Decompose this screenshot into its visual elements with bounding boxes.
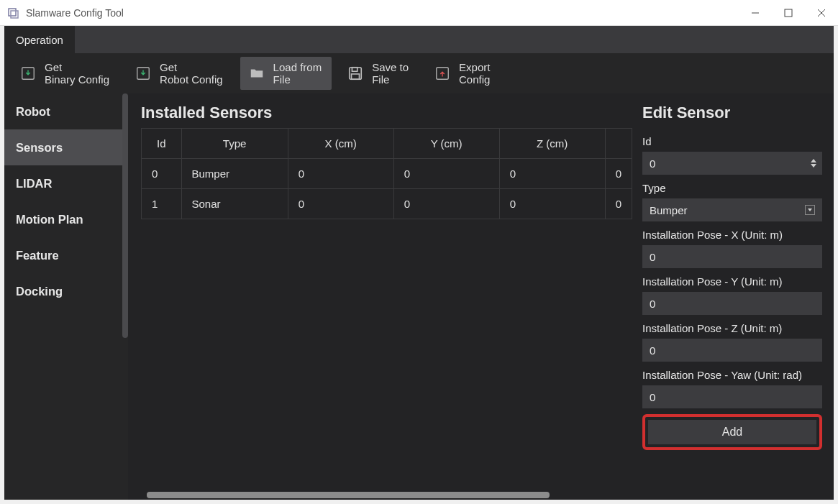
sidebar: Robot Sensors LIDAR Motion Plan Feature …	[4, 93, 128, 500]
sidebar-item-robot[interactable]: Robot	[4, 93, 128, 129]
app-icon	[7, 6, 20, 19]
toolbar: GetBinary Config GetRobot Config Load fr…	[4, 53, 834, 93]
pose-z-input[interactable]: 0	[642, 339, 822, 362]
save-to-file-button[interactable]: Save toFile	[339, 57, 419, 90]
upload-icon	[433, 64, 452, 83]
folder-icon	[247, 64, 266, 83]
toolbar-label: GetBinary Config	[45, 61, 109, 86]
sidebar-item-sensors[interactable]: Sensors	[4, 129, 128, 165]
id-input[interactable]: 0	[642, 152, 822, 175]
toolbar-label: ExportConfig	[459, 61, 490, 86]
table-hscroll-thumb[interactable]	[147, 492, 550, 498]
toolbar-label: GetRobot Config	[160, 61, 223, 86]
svg-rect-9	[352, 68, 357, 72]
sidebar-item-lidar[interactable]: LIDAR	[4, 165, 128, 201]
pose-y-value: 0	[650, 298, 655, 310]
add-button[interactable]: Add	[648, 420, 816, 444]
download-icon	[19, 64, 37, 83]
main-area: Robot Sensors LIDAR Motion Plan Feature …	[4, 93, 834, 500]
tab-bar: Operation	[4, 26, 834, 53]
save-icon	[346, 64, 365, 83]
installed-sensors-title: Installed Sensors	[141, 104, 632, 122]
label-type: Type	[642, 182, 822, 194]
sidebar-scrollbar[interactable]	[122, 93, 128, 338]
cell-type: Sonar	[181, 189, 288, 219]
pose-z-value: 0	[650, 344, 655, 357]
cell-y: 0	[393, 159, 499, 189]
col-header-extra[interactable]	[605, 129, 632, 159]
spinner-buttons[interactable]	[811, 153, 821, 173]
table-hscrollbar[interactable]	[141, 490, 632, 500]
pose-yaw-value: 0	[650, 391, 655, 403]
titlebar: Slamware Config Tool	[0, 0, 838, 26]
cell-extra: 0	[605, 159, 632, 189]
get-robot-config-button[interactable]: GetRobot Config	[127, 57, 233, 90]
get-binary-config-button[interactable]: GetBinary Config	[12, 57, 119, 90]
download-icon	[134, 64, 152, 83]
maximize-button[interactable]	[772, 0, 805, 26]
svg-rect-10	[352, 74, 360, 79]
cell-type: Bumper	[181, 159, 288, 189]
export-config-button[interactable]: ExportConfig	[426, 57, 500, 90]
minimize-button[interactable]	[739, 0, 772, 26]
svg-rect-1	[11, 11, 18, 18]
sensors-table-wrap: Id Type X (cm) Y (cm) Z (cm) 0	[141, 128, 632, 500]
edit-sensor-title: Edit Sensor	[642, 104, 822, 122]
sidebar-item-motion-plan[interactable]: Motion Plan	[4, 201, 128, 237]
app-window: Slamware Config Tool Operation GetBinary…	[0, 0, 838, 504]
pose-y-input[interactable]: 0	[642, 292, 822, 315]
chevron-down-icon	[805, 205, 815, 215]
cell-x: 0	[288, 159, 393, 189]
edit-sensor-panel: Edit Sensor Id 0 Type Bumper Installatio…	[632, 93, 834, 500]
label-id: Id	[642, 135, 822, 147]
label-pose-yaw: Installation Pose - Yaw (Unit: rad)	[642, 369, 822, 381]
sidebar-item-feature[interactable]: Feature	[4, 237, 128, 273]
cell-z: 0	[499, 159, 605, 189]
cell-y: 0	[393, 189, 499, 219]
cell-id: 1	[142, 189, 182, 219]
cell-z: 0	[499, 189, 605, 219]
label-pose-z: Installation Pose - Z (Unit: m)	[642, 322, 822, 334]
id-value: 0	[650, 157, 655, 170]
center-panel: Installed Sensors Id Type X (cm) Y (cm) …	[128, 93, 632, 500]
svg-rect-3	[785, 9, 792, 17]
label-pose-y: Installation Pose - Y (Unit: m)	[642, 275, 822, 288]
tab-operation[interactable]: Operation	[4, 26, 75, 53]
sensors-table[interactable]: Id Type X (cm) Y (cm) Z (cm) 0	[141, 128, 632, 219]
col-header-type[interactable]: Type	[181, 129, 288, 159]
window-title: Slamware Config Tool	[26, 7, 739, 19]
toolbar-label: Load fromFile	[273, 61, 322, 86]
content-area: Operation GetBinary Config GetRobot Conf…	[4, 26, 834, 500]
toolbar-label: Save toFile	[372, 61, 409, 86]
col-header-x[interactable]: X (cm)	[288, 129, 393, 159]
add-button-highlight: Add	[642, 414, 822, 450]
type-select[interactable]: Bumper	[642, 198, 822, 221]
type-value: Bumper	[650, 204, 688, 216]
cell-id: 0	[142, 159, 182, 189]
close-button[interactable]	[805, 0, 838, 26]
table-row[interactable]: 0 Bumper 0 0 0 0	[142, 159, 632, 189]
load-from-file-button[interactable]: Load fromFile	[240, 57, 332, 90]
pose-yaw-input[interactable]: 0	[642, 385, 822, 408]
sidebar-item-docking[interactable]: Docking	[4, 273, 128, 309]
cell-extra: 0	[605, 189, 632, 219]
pose-x-value: 0	[650, 251, 655, 263]
col-header-y[interactable]: Y (cm)	[393, 129, 499, 159]
cell-x: 0	[288, 189, 393, 219]
pose-x-input[interactable]: 0	[642, 245, 822, 268]
col-header-z[interactable]: Z (cm)	[499, 129, 605, 159]
svg-rect-0	[9, 9, 16, 16]
label-pose-x: Installation Pose - X (Unit: m)	[642, 229, 822, 241]
table-row[interactable]: 1 Sonar 0 0 0 0	[142, 189, 632, 219]
col-header-id[interactable]: Id	[142, 129, 182, 159]
